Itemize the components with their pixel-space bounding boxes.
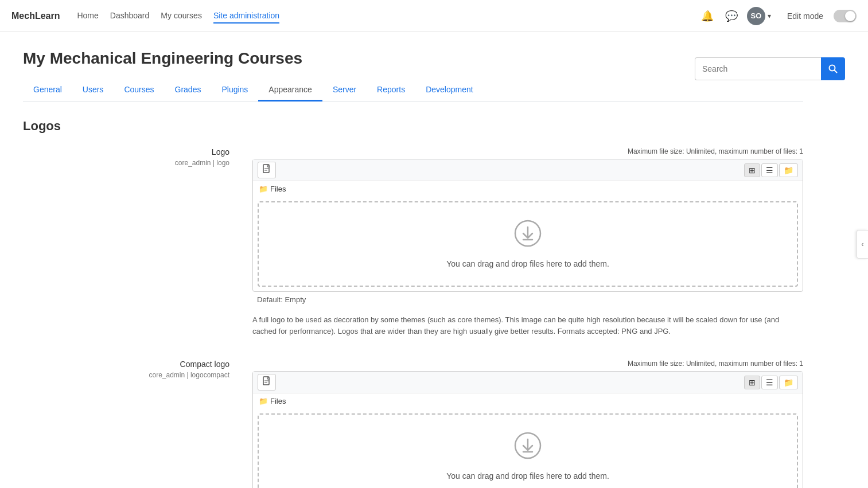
compact-logo-label: Compact logo xyxy=(23,360,229,369)
logo-label: Logo xyxy=(23,147,229,157)
folder-icon: 📁 xyxy=(259,185,268,193)
tab-general[interactable]: General xyxy=(23,79,72,101)
tab-reports[interactable]: Reports xyxy=(367,79,415,101)
logo-folder-view-btn[interactable]: 📁 xyxy=(779,163,798,177)
file-doc-icon xyxy=(262,164,271,174)
tab-users[interactable]: Users xyxy=(72,79,114,101)
compact-file-doc-icon xyxy=(262,376,271,387)
logo-grid-view-btn[interactable]: ⊞ xyxy=(744,163,760,177)
logo-file-picker: ⊞ ☰ 📁 📁 Files xyxy=(252,159,803,292)
user-menu[interactable]: SO ▾ xyxy=(747,7,771,25)
logo-form-row: Logo core_admin | logo Maximum file size… xyxy=(23,147,803,337)
logo-files-folder[interactable]: 📁 Files xyxy=(253,181,803,197)
logo-label-col: Logo core_admin | logo xyxy=(23,147,241,337)
nav-link-dashboard[interactable]: Dashboard xyxy=(110,9,150,24)
compact-logo-add-file-button[interactable] xyxy=(258,374,276,391)
messages-icon[interactable]: 💬 xyxy=(723,7,740,25)
compact-logo-drop-zone-text: You can drag and drop files here to add … xyxy=(446,471,609,481)
search-input[interactable] xyxy=(695,57,821,80)
nav-link-home[interactable]: Home xyxy=(77,9,98,24)
chevron-left-icon: ‹ xyxy=(862,240,864,248)
tab-server[interactable]: Server xyxy=(322,79,367,101)
tab-plugins[interactable]: Plugins xyxy=(211,79,258,101)
search-icon xyxy=(828,64,838,73)
compact-logo-folder-view-btn[interactable]: 📁 xyxy=(779,376,798,389)
logo-add-file-button[interactable] xyxy=(258,162,276,178)
compact-logo-form-row: Compact logo core_admin | logocompact Ma… xyxy=(23,360,803,488)
notifications-icon[interactable]: 🔔 xyxy=(699,7,716,25)
brand-logo[interactable]: MechLearn xyxy=(11,11,60,21)
tab-grades[interactable]: Grades xyxy=(165,79,212,101)
compact-logo-list-view-btn[interactable]: ☰ xyxy=(761,376,778,389)
compact-logo-toolbar: ⊞ ☰ 📁 xyxy=(253,372,803,393)
edit-mode-toggle[interactable] xyxy=(834,10,857,22)
compact-folder-icon: 📁 xyxy=(259,397,268,405)
compact-logo-max-file-info: Maximum file size: Unlimited, maximum nu… xyxy=(252,360,803,368)
top-navigation: MechLearn Home Dashboard My courses Site… xyxy=(0,0,868,32)
compact-logo-grid-view-btn[interactable]: ⊞ xyxy=(744,376,760,389)
avatar: SO xyxy=(747,7,765,25)
logo-drop-zone[interactable]: You can drag and drop files here to add … xyxy=(258,201,798,287)
logo-toolbar-left xyxy=(258,162,276,178)
top-nav-links: Home Dashboard My courses Site administr… xyxy=(77,9,698,24)
nav-link-my-courses[interactable]: My courses xyxy=(161,9,202,24)
tab-appearance[interactable]: Appearance xyxy=(258,79,322,101)
top-nav-right: 🔔 💬 SO ▾ Edit mode xyxy=(699,7,857,25)
logo-view-buttons: ⊞ ☰ 📁 xyxy=(744,163,798,177)
logo-max-file-info: Maximum file size: Unlimited, maximum nu… xyxy=(252,147,803,155)
compact-drop-zone-download-icon xyxy=(514,432,542,464)
section-heading: Logos xyxy=(23,119,803,134)
logo-list-view-btn[interactable]: ☰ xyxy=(761,163,778,177)
compact-logo-sublabel: core_admin | logocompact xyxy=(23,371,229,379)
compact-logo-view-buttons: ⊞ ☰ 📁 xyxy=(744,376,798,389)
download-circle-icon xyxy=(514,220,542,247)
logo-file-picker-toolbar: ⊞ ☰ 📁 xyxy=(253,159,803,181)
svg-line-1 xyxy=(835,71,837,73)
drop-zone-download-icon xyxy=(514,220,542,252)
logo-description: A full logo to be used as decoration by … xyxy=(252,314,803,337)
logo-field-col: Maximum file size: Unlimited, maximum nu… xyxy=(252,147,803,337)
nav-link-site-admin[interactable]: Site administration xyxy=(213,9,279,24)
main-content: My Mechanical Engineering Courses Genera… xyxy=(0,32,826,488)
search-wrapper xyxy=(695,57,845,80)
sidebar-toggle[interactable]: ‹ xyxy=(857,230,868,259)
logo-drop-zone-text: You can drag and drop files here to add … xyxy=(446,259,609,268)
sub-navigation: General Users Courses Grades Plugins App… xyxy=(23,79,803,101)
compact-download-circle-icon xyxy=(514,432,542,459)
tab-courses[interactable]: Courses xyxy=(114,79,164,101)
chevron-down-icon: ▾ xyxy=(768,12,771,20)
logo-sublabel: core_admin | logo xyxy=(23,159,229,167)
compact-logo-toolbar-left xyxy=(258,374,276,391)
compact-logo-label-col: Compact logo core_admin | logocompact xyxy=(23,360,241,488)
page-title: My Mechanical Engineering Courses xyxy=(23,49,803,68)
compact-logo-field-col: Maximum file size: Unlimited, maximum nu… xyxy=(252,360,803,488)
compact-logo-drop-zone[interactable]: You can drag and drop files here to add … xyxy=(258,413,798,488)
edit-mode-label: Edit mode xyxy=(787,11,823,21)
tab-development[interactable]: Development xyxy=(415,79,484,101)
logo-default-text: Default: Empty xyxy=(252,295,803,309)
search-button[interactable] xyxy=(821,57,845,80)
compact-logo-files-folder[interactable]: 📁 Files xyxy=(253,393,803,409)
compact-logo-file-picker: ⊞ ☰ 📁 📁 Files xyxy=(252,371,803,488)
